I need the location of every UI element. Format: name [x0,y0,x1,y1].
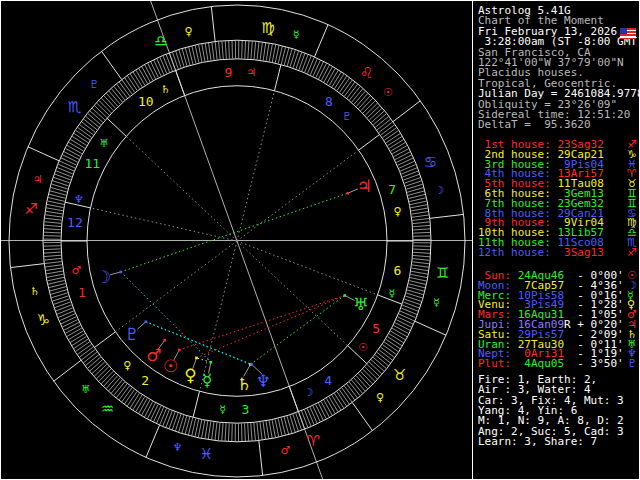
degree-tick [79,347,93,357]
zodiac-sign-glyph: ♉ [393,366,406,384]
degree-tick [319,63,327,79]
sign-boundary [415,321,446,335]
degree-tick [198,420,201,437]
degree-tick [260,422,262,439]
degree-tick [398,158,413,165]
degree-tick [409,284,426,288]
degree-tick [410,278,427,282]
zodiac-sign-glyph: ♈ [306,432,319,450]
flag-canton [620,28,627,34]
house-cusp-ray [237,241,378,295]
degree-tick [130,393,139,408]
zodiac-sign-glyph: ♌ [360,64,373,82]
house-cusp-ray [200,241,237,391]
stats-line: Learn: 3, Share: 7 [478,436,597,447]
house-ruler-icon: ♂ [71,264,81,277]
degree-tick [384,131,398,141]
uranus-glyph: ♅ [353,294,368,314]
degree-tick [136,70,145,85]
degree-tick [329,397,338,412]
degree-tick [269,44,272,61]
degree-tick [275,419,279,436]
mercury-glyph: ☿ [202,370,212,390]
sign-boundary [101,51,121,79]
degree-tick [47,277,64,280]
degree-tick [65,148,80,156]
degree-tick [70,334,85,343]
astrolog-screen: ♈♂♉♀♊☿♋☽♌☉♍☿♎♀♏♇♐♃♑♄♒♅♓♆1♂2♀3☿4☽5☉6☿7♀8♇… [0,0,640,480]
degree-tick [76,130,90,140]
degree-tick [263,43,266,60]
house-cusp-ray [115,241,237,332]
zodiac-sign-glyph: ♐ [25,200,38,218]
degree-tick [160,408,167,424]
degree-tick [46,208,63,211]
degree-tick [272,420,275,437]
pluto-position-dot [145,320,148,323]
degree-tick [48,280,65,284]
degree-tick [172,413,178,430]
house-ruler-icon: ☿ [219,403,226,416]
zodiac-sign-glyph: ♍ [261,19,274,37]
degree-tick [326,398,335,413]
degree-tick [192,419,196,436]
degree-tick [195,45,199,62]
jupiter-position-dot [346,192,349,195]
degree-tick [151,404,159,420]
planet-pointer [110,272,121,275]
degree-tick [163,56,169,72]
degree-tick [44,229,61,230]
house-boundary [176,70,185,95]
degree-tick [72,336,86,345]
pluto-glyph: ♇ [125,324,140,344]
zodiac-sign-glyph: ♏ [68,98,82,116]
venus-glyph: ♀ [184,365,196,385]
degree-tick [58,311,74,318]
degree-tick [399,314,415,321]
degree-tick [160,57,167,73]
degree-tick [412,265,429,267]
house-ruler-icon: ☽ [304,386,314,399]
degree-tick [47,204,64,207]
sun-position-dot [178,349,181,352]
degree-tick [157,407,164,423]
sign-boundary [10,264,44,268]
degree-tick [251,423,252,441]
sign-ruler-icon: ♀ [185,25,193,38]
degree-tick [257,42,259,59]
degree-tick [403,302,419,308]
chart-wheel: ♈♂♉♀♊☿♋☽♌☉♍☿♎♀♏♇♐♃♑♄♒♅♓♆1♂2♀3☿4☽5☉6☿7♀8♇… [1,1,473,480]
degree-tick [62,155,77,163]
degree-tick [275,45,279,62]
house-number: 12 [67,215,83,230]
degree-tick [245,41,246,59]
house-ruler-icon: ♄ [161,83,171,96]
sun-glyph: ☉ [163,356,178,376]
degree-tick [45,265,62,267]
sign-boundary [430,214,464,218]
sign-boundary [211,7,215,42]
degree-tick [327,68,336,83]
degree-tick [133,395,142,410]
degree-tick [400,164,416,171]
degree-tick [222,423,223,441]
degree-tick [67,145,82,153]
degree-tick [266,421,269,438]
degree-tick [413,232,430,233]
degree-tick [139,398,148,413]
degree-tick [278,46,282,63]
degree-tick [142,400,150,415]
degree-tick [62,320,77,328]
degree-tick [45,262,62,264]
degree-tick [47,201,64,205]
house-number: 4 [324,373,332,388]
degree-tick [316,62,324,78]
degree-tick [49,194,66,198]
degree-tick [257,423,259,440]
house-cusp-ray [90,208,237,241]
degree-tick [61,317,76,324]
planet-icon: ♇ [627,358,637,369]
degree-tick [413,225,430,226]
degree-tick [409,198,426,202]
degree-tick [334,393,343,408]
